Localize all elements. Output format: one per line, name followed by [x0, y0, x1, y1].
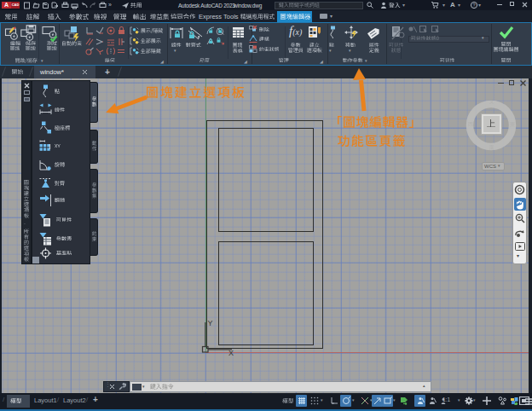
svg-text:?: ?	[472, 3, 475, 8]
svg-text:X: X	[228, 349, 234, 356]
svg-text:Y: Y	[208, 319, 213, 327]
